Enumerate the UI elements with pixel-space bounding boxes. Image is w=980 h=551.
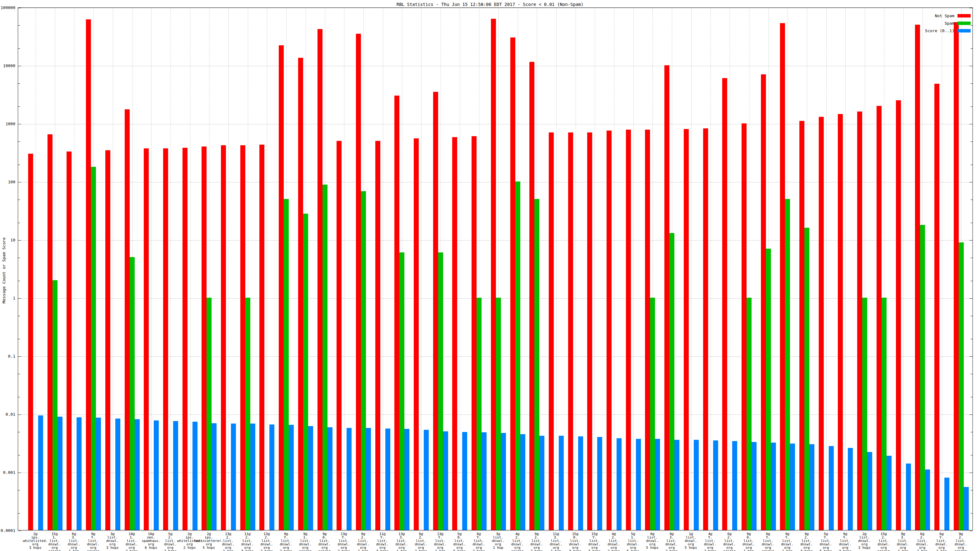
y-tick-label: 1000 <box>0 122 15 126</box>
bar-not-spam <box>298 58 303 530</box>
grid-vline <box>904 8 904 530</box>
bar-spam <box>650 298 655 530</box>
y-axis-minor-tick <box>18 200 20 200</box>
bar-score-0-1 <box>482 432 487 530</box>
bar-score-0-1 <box>771 443 776 530</box>
legend-label-not-spam: Not Spam <box>935 13 955 18</box>
bar-not-spam <box>857 111 862 530</box>
bar-not-spam <box>741 123 746 530</box>
y-axis-minor-tick <box>970 397 972 397</box>
y-axis-tick <box>18 298 21 299</box>
legend-item-score: Score (0..1) <box>925 27 970 34</box>
bar-spam <box>207 298 212 530</box>
bar-score-0-1 <box>443 431 448 530</box>
bar-not-spam <box>472 136 477 530</box>
y-axis-tick <box>969 66 972 66</box>
y-axis-minor-tick <box>18 397 20 397</box>
y-axis-minor-tick <box>970 281 972 281</box>
y-axis-minor-tick <box>18 316 20 316</box>
legend-label-spam: Spam <box>945 21 955 25</box>
bar-score-0-1 <box>347 428 352 530</box>
grid-vline <box>826 8 827 530</box>
bar-spam <box>746 298 752 530</box>
bar-score-0-1 <box>559 436 564 530</box>
bar-score-0-1 <box>752 442 757 530</box>
bar-score-0-1 <box>308 426 313 530</box>
y-tick-label: 10 <box>0 238 15 242</box>
score-swatch-icon <box>958 29 970 32</box>
bar-score-0-1 <box>424 430 429 530</box>
bar-not-spam <box>86 19 91 530</box>
bar-score-0-1 <box>328 427 332 530</box>
bar-spam <box>766 249 771 530</box>
bar-score-0-1 <box>886 456 892 530</box>
y-axis-tick <box>969 124 972 124</box>
y-axis-title: Message Count or Spam Score <box>2 195 6 345</box>
grid-vline <box>421 8 422 530</box>
grid-vline <box>344 8 344 530</box>
bar-spam <box>670 233 675 530</box>
y-axis-tick <box>969 473 972 473</box>
legend: Not Spam Spam Score (0..1) <box>925 12 970 34</box>
bar-spam <box>785 199 790 530</box>
bar-not-spam <box>819 117 824 530</box>
bar-not-spam <box>221 145 226 530</box>
bar-not-spam <box>452 137 457 530</box>
y-axis-minor-tick <box>970 165 972 165</box>
y-axis-minor-tick <box>970 455 972 456</box>
grid-vline <box>74 8 75 530</box>
y-axis-minor-tick <box>970 48 972 49</box>
y-axis-minor-tick <box>970 106 972 107</box>
bar-score-0-1 <box>212 423 216 530</box>
bar-score-0-1 <box>250 424 255 530</box>
bar-not-spam <box>568 132 573 530</box>
bar-score-0-1 <box>655 439 660 530</box>
y-axis-minor-tick <box>970 490 972 491</box>
bar-not-spam <box>799 121 804 530</box>
legend-item-not-spam: Not Spam <box>925 12 970 19</box>
not-spam-swatch-icon <box>958 14 970 17</box>
bar-not-spam <box>433 92 438 530</box>
grid-vline <box>730 8 730 530</box>
bar-score-0-1 <box>289 425 294 530</box>
grid-vline <box>942 8 942 530</box>
bar-score-0-1 <box>501 433 506 530</box>
grid-vline <box>691 8 692 530</box>
y-tick-label: 0.0001 <box>0 529 15 533</box>
bar-spam <box>52 280 57 530</box>
y-axis-tick <box>969 182 972 183</box>
grid-vline <box>711 8 711 530</box>
y-axis-minor-tick <box>970 200 972 200</box>
bar-not-spam <box>530 62 535 530</box>
y-tick-label: 0.001 <box>0 470 15 475</box>
bar-not-spam <box>144 148 149 530</box>
bar-spam <box>804 228 810 530</box>
bar-not-spam <box>915 25 920 530</box>
bar-score-0-1 <box>790 443 795 530</box>
bar-spam <box>399 252 404 530</box>
bar-spam <box>477 298 482 530</box>
bar-not-spam <box>722 78 727 530</box>
bar-spam <box>496 298 501 530</box>
bar-not-spam <box>202 146 207 530</box>
bar-not-spam <box>125 110 130 530</box>
y-tick-label: 0.01 <box>0 412 15 416</box>
bar-not-spam <box>337 141 342 530</box>
bar-score-0-1 <box>385 429 390 530</box>
bar-score-0-1 <box>829 446 834 530</box>
y-axis-tick <box>969 298 972 299</box>
bar-spam <box>862 298 867 530</box>
y-axis-minor-tick <box>970 83 972 84</box>
plot-area <box>18 8 973 530</box>
bar-score-0-1 <box>269 424 274 530</box>
bar-score-0-1 <box>115 419 120 530</box>
y-axis-minor-tick <box>970 316 972 316</box>
grid-vline <box>190 8 190 530</box>
bar-score-0-1 <box>636 439 641 530</box>
y-axis-minor-tick <box>18 281 20 281</box>
bar-score-0-1 <box>231 424 236 530</box>
grid-vline <box>170 8 171 530</box>
grid-vline <box>595 8 595 530</box>
bar-spam <box>284 199 289 530</box>
grid-vline <box>576 8 576 530</box>
